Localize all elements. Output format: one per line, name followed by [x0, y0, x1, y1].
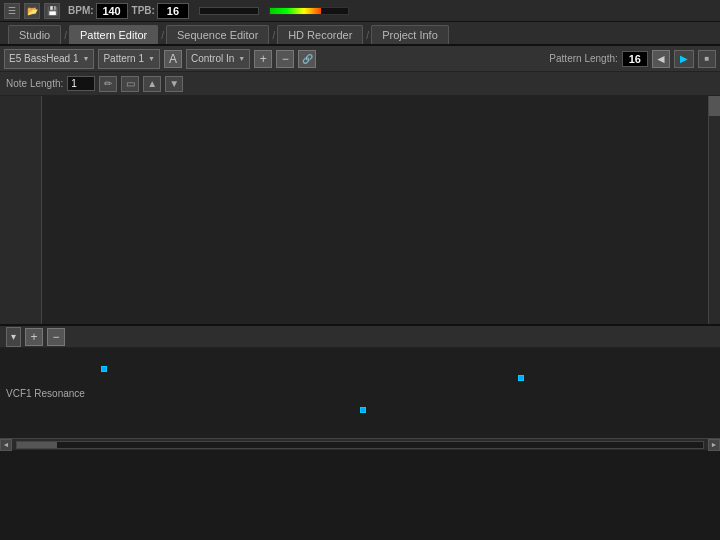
stop-btn[interactable]: ■ [698, 50, 716, 68]
play-btn[interactable]: ▶ [674, 50, 694, 68]
note-length-row: Note Length: ✏ ▭ ▲ ▼ [0, 72, 720, 96]
control-dropdown[interactable]: Control In ▼ [186, 49, 250, 69]
automation-area[interactable]: VCF1 Resonance [0, 348, 720, 438]
instrument-dropdown[interactable]: E5 BassHead 1 ▼ [4, 49, 94, 69]
grid-canvas [42, 96, 708, 324]
scroll-left-btn[interactable]: ◄ [0, 439, 12, 451]
instrument-dropdown-arrow: ▼ [83, 55, 90, 62]
decrement-length-btn[interactable]: ◄ [652, 50, 670, 68]
pencil-tool-btn[interactable]: ✏ [99, 76, 117, 92]
rect-tool-btn[interactable]: ▭ [121, 76, 139, 92]
automation-dropdown[interactable]: ▾ [6, 327, 21, 347]
auto-dot-3 [518, 375, 524, 381]
remove-pattern-btn[interactable]: − [276, 50, 294, 68]
piano-roll-container [0, 96, 720, 326]
tab-pattern-editor[interactable]: Pattern Editor [69, 25, 158, 44]
tab-sequence-editor[interactable]: Sequence Editor [166, 25, 269, 44]
note-length-label: Note Length: [6, 78, 63, 89]
remove-automation-btn[interactable]: − [47, 328, 65, 346]
level-meter [269, 7, 349, 15]
level-meter-fill [270, 8, 321, 14]
automation-track-label: VCF1 Resonance [6, 388, 85, 399]
automation-dropdown-label: ▾ [11, 331, 16, 342]
pattern-controls: E5 BassHead 1 ▼ Pattern 1 ▼ A Control In… [0, 46, 720, 72]
tab-bar: Studio / Pattern Editor / Sequence Edito… [0, 22, 720, 46]
vertical-scrollbar[interactable] [708, 96, 720, 324]
piano-keys [0, 96, 42, 324]
pattern-label: Pattern 1 [103, 53, 144, 64]
note-mode-btn[interactable]: A [164, 50, 182, 68]
control-dropdown-arrow: ▼ [238, 55, 245, 62]
add-pattern-btn[interactable]: + [254, 50, 272, 68]
add-automation-btn[interactable]: + [25, 328, 43, 346]
triangle-up-btn[interactable]: ▲ [143, 76, 161, 92]
tpb-label: TPB: [132, 5, 155, 16]
pattern-dropdown[interactable]: Pattern 1 ▼ [98, 49, 160, 69]
transport-slider[interactable] [199, 7, 259, 15]
tpb-value[interactable]: 16 [157, 3, 189, 19]
open-icon[interactable]: 📂 [24, 3, 40, 19]
tab-sep-4: / [364, 27, 371, 44]
note-length-input[interactable] [67, 76, 95, 91]
bottom-scrollbar: ◄ ► [0, 438, 720, 450]
top-toolbar: ☰ 📂 💾 BPM: 140 TPB: 16 [0, 0, 720, 22]
tab-hd-recorder[interactable]: HD Recorder [277, 25, 363, 44]
grid-area[interactable] [42, 96, 708, 324]
triangle-down-btn[interactable]: ▼ [165, 76, 183, 92]
scroll-track[interactable] [16, 441, 704, 449]
link-btn[interactable]: 🔗 [298, 50, 316, 68]
save-icon[interactable]: 💾 [44, 3, 60, 19]
tab-studio[interactable]: Studio [8, 25, 61, 44]
control-label: Control In [191, 53, 234, 64]
pattern-length-label: Pattern Length: [549, 53, 617, 64]
scroll-right-btn[interactable]: ► [708, 439, 720, 451]
automation-bar: ▾ + − [0, 326, 720, 348]
bpm-label: BPM: [68, 5, 94, 16]
instrument-label: E5 BassHead 1 [9, 53, 79, 64]
pattern-length-value[interactable]: 16 [622, 51, 648, 67]
menu-icon[interactable]: ☰ [4, 3, 20, 19]
scroll-thumb[interactable] [17, 442, 57, 448]
bpm-section: BPM: 140 [68, 3, 128, 19]
tpb-section: TPB: 16 [132, 3, 189, 19]
tab-sep-2: / [159, 27, 166, 44]
auto-dot-2 [360, 407, 366, 413]
tab-sep-3: / [270, 27, 277, 44]
tab-sep-1: / [62, 27, 69, 44]
scrollbar-thumb[interactable] [709, 96, 720, 116]
tab-project-info[interactable]: Project Info [371, 25, 449, 44]
bpm-value[interactable]: 140 [96, 3, 128, 19]
pattern-dropdown-arrow: ▼ [148, 55, 155, 62]
auto-dot-1 [101, 366, 107, 372]
